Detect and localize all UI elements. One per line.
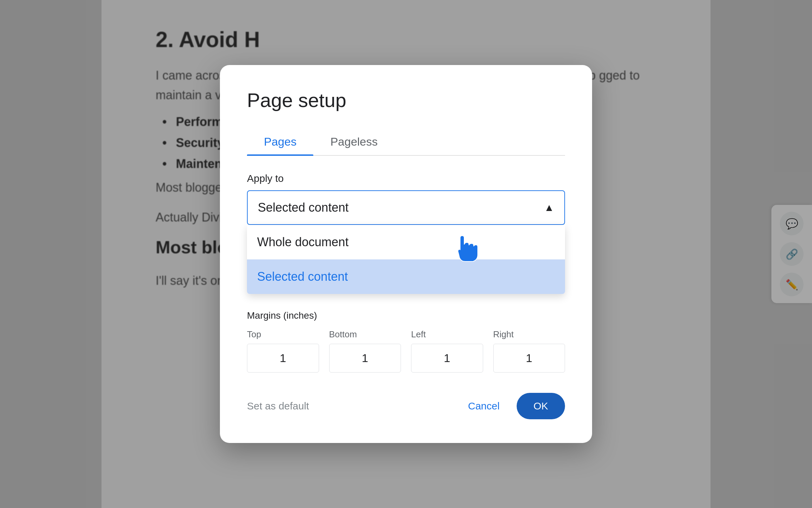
option-whole-document[interactable]: Whole document bbox=[247, 225, 565, 259]
margin-left-label: Left bbox=[411, 329, 483, 340]
apply-to-dropdown-wrapper: Selected content ▲ Whole document Select… bbox=[247, 190, 565, 225]
margin-top-label: Top bbox=[247, 329, 319, 340]
apply-to-select[interactable]: Selected content ▲ bbox=[247, 190, 565, 225]
footer-right-buttons: Cancel OK bbox=[458, 393, 565, 419]
apply-to-dropdown-menu: Whole document Selected content bbox=[247, 225, 565, 294]
margin-bottom-input[interactable] bbox=[329, 344, 401, 373]
margins-section: Margins (inches) Top Bottom Left Right bbox=[247, 310, 565, 373]
margin-right-label: Right bbox=[493, 329, 565, 340]
tab-pages[interactable]: Pages bbox=[247, 128, 313, 155]
cancel-button[interactable]: Cancel bbox=[458, 394, 510, 419]
margins-label: Margins (inches) bbox=[247, 310, 565, 321]
apply-to-label: Apply to bbox=[247, 173, 565, 184]
margin-left-input[interactable] bbox=[411, 344, 483, 373]
margin-left-field: Left bbox=[411, 329, 483, 373]
dialog-title: Page setup bbox=[247, 89, 565, 111]
margin-bottom-label: Bottom bbox=[329, 329, 401, 340]
margin-right-input[interactable] bbox=[493, 344, 565, 373]
margin-bottom-field: Bottom bbox=[329, 329, 401, 373]
modal-overlay: Page setup Pages Pageless Apply to Selec… bbox=[0, 0, 812, 508]
margin-top-field: Top bbox=[247, 329, 319, 373]
tab-pageless[interactable]: Pageless bbox=[313, 128, 394, 155]
margins-row: Top Bottom Left Right bbox=[247, 329, 565, 373]
set-default-button[interactable]: Set as default bbox=[247, 395, 309, 417]
margin-right-field: Right bbox=[493, 329, 565, 373]
dropdown-arrow-icon: ▲ bbox=[544, 202, 554, 213]
dialog-tabs: Pages Pageless bbox=[247, 128, 565, 156]
ok-button[interactable]: OK bbox=[517, 393, 565, 419]
option-selected-content[interactable]: Selected content bbox=[247, 259, 565, 294]
page-setup-dialog: Page setup Pages Pageless Apply to Selec… bbox=[220, 65, 592, 443]
apply-to-selected-value: Selected content bbox=[258, 200, 348, 215]
dialog-footer: Set as default Cancel OK bbox=[247, 393, 565, 419]
margin-top-input[interactable] bbox=[247, 344, 319, 373]
